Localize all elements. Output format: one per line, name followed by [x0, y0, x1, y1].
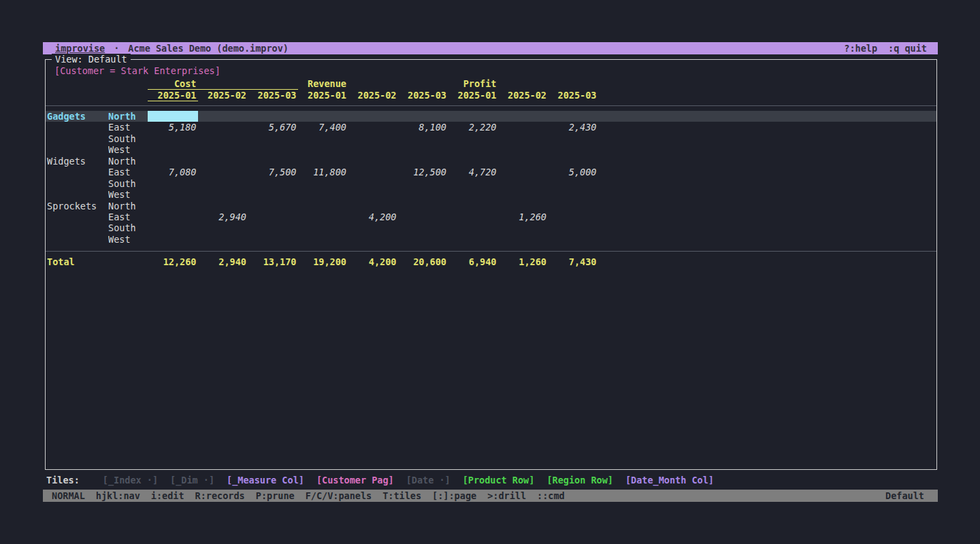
- pivot-cell[interactable]: 11,800: [298, 167, 348, 177]
- pivot-row-sprockets-east[interactable]: East 2,940 4,200 1,260: [46, 211, 936, 222]
- pivot-cell[interactable]: [548, 156, 598, 167]
- pivot-cell[interactable]: [348, 144, 398, 155]
- pivot-row-sprockets-north[interactable]: Sprockets North: [46, 201, 936, 211]
- pivot-cell[interactable]: [348, 122, 398, 133]
- pivot-cell[interactable]: [348, 234, 398, 245]
- column-header[interactable]: 2025-02: [348, 90, 398, 101]
- pivot-cell[interactable]: 2,220: [448, 122, 498, 133]
- tile-measure[interactable]: [_Measure Col]: [227, 475, 304, 486]
- tile-customer[interactable]: [Customer Pag]: [316, 475, 394, 486]
- pivot-cell[interactable]: [248, 222, 298, 233]
- pivot-cell[interactable]: 1,260: [498, 211, 549, 222]
- pivot-cell[interactable]: [298, 211, 348, 222]
- pivot-cell[interactable]: [548, 211, 598, 222]
- pivot-cell[interactable]: [448, 111, 498, 122]
- pivot-cell[interactable]: [398, 144, 448, 155]
- pivot-cell[interactable]: [198, 144, 248, 155]
- pivot-cell[interactable]: [198, 122, 248, 133]
- pivot-cell[interactable]: [548, 111, 598, 122]
- pivot-cell[interactable]: 2,940: [198, 211, 248, 222]
- pivot-cell[interactable]: [398, 201, 448, 211]
- pivot-row-widgets-north[interactable]: Widgets North: [46, 156, 936, 167]
- pivot-cell[interactable]: [148, 144, 198, 155]
- pivot-cell[interactable]: [498, 189, 549, 200]
- pivot-row-sprockets-south[interactable]: South: [46, 222, 936, 233]
- pivot-cell[interactable]: [148, 133, 198, 144]
- cursor-cell[interactable]: [148, 111, 198, 122]
- tile-index[interactable]: [_Index ·]: [103, 475, 158, 486]
- pivot-cell[interactable]: [198, 189, 248, 200]
- pivot-cell[interactable]: 4,200: [348, 211, 398, 222]
- column-header[interactable]: 2025-01: [148, 90, 198, 101]
- pivot-cell[interactable]: [498, 178, 549, 189]
- pivot-cell[interactable]: [548, 144, 598, 155]
- pivot-row-gadgets-north[interactable]: Gadgets North: [46, 111, 936, 122]
- pivot-cell[interactable]: [198, 133, 248, 144]
- pivot-row-widgets-west[interactable]: West: [46, 189, 936, 200]
- pivot-cell[interactable]: [548, 234, 598, 245]
- pivot-cell[interactable]: [298, 156, 348, 167]
- pivot-cell[interactable]: [198, 111, 248, 122]
- pivot-cell[interactable]: [148, 201, 198, 211]
- pivot-cell[interactable]: [298, 201, 348, 211]
- pivot-cell[interactable]: [548, 189, 598, 200]
- pivot-cell[interactable]: [398, 178, 448, 189]
- pivot-cell[interactable]: [398, 133, 448, 144]
- pivot-cell[interactable]: [148, 234, 198, 245]
- pivot-cell[interactable]: [248, 144, 298, 155]
- tile-region[interactable]: [Region Row]: [546, 475, 613, 486]
- pivot-cell[interactable]: [148, 211, 198, 222]
- pivot-cell[interactable]: 5,180: [148, 122, 198, 133]
- pivot-cell[interactable]: 4,720: [448, 167, 498, 177]
- pivot-cell[interactable]: [448, 156, 498, 167]
- pivot-cell[interactable]: [448, 189, 498, 200]
- pivot-cell[interactable]: [548, 178, 598, 189]
- pivot-cell[interactable]: [248, 111, 298, 122]
- pivot-cell[interactable]: [298, 222, 348, 233]
- pivot-row-gadgets-south[interactable]: South: [46, 133, 936, 144]
- pivot-cell[interactable]: [398, 222, 448, 233]
- column-header[interactable]: 2025-03: [548, 90, 598, 101]
- tile-product[interactable]: [Product Row]: [463, 475, 535, 486]
- tile-date[interactable]: [Date ·]: [406, 475, 451, 486]
- pivot-cell[interactable]: 8,100: [398, 122, 448, 133]
- tile-dim[interactable]: [_Dim ·]: [170, 475, 214, 486]
- pivot-cell[interactable]: [298, 234, 348, 245]
- pivot-row-sprockets-west[interactable]: West: [46, 234, 936, 245]
- pivot-cell[interactable]: [448, 133, 498, 144]
- pivot-cell[interactable]: [248, 178, 298, 189]
- pivot-cell[interactable]: [298, 133, 348, 144]
- pivot-cell[interactable]: [498, 167, 549, 177]
- column-header[interactable]: 2025-01: [298, 90, 348, 101]
- pivot-cell[interactable]: 7,400: [298, 122, 348, 133]
- pivot-cell[interactable]: [448, 234, 498, 245]
- pivot-cell[interactable]: 2,430: [548, 122, 598, 133]
- pivot-row-widgets-east[interactable]: East 7,080 7,500 11,800 12,500 4,720 5,0…: [46, 167, 936, 177]
- page-filter-badge[interactable]: [Customer = Stark Enterprises]: [54, 65, 936, 76]
- measure-header-profit[interactable]: Profit: [448, 79, 598, 90]
- pivot-cell[interactable]: [498, 133, 549, 144]
- pivot-cell[interactable]: [448, 144, 498, 155]
- pivot-cell[interactable]: 12,500: [398, 167, 448, 177]
- pivot-cell[interactable]: [298, 178, 348, 189]
- pivot-cell[interactable]: [548, 222, 598, 233]
- pivot-cell[interactable]: [398, 156, 448, 167]
- pivot-cell[interactable]: [198, 234, 248, 245]
- pivot-cell[interactable]: [348, 178, 398, 189]
- pivot-cell[interactable]: [448, 222, 498, 233]
- column-header[interactable]: 2025-02: [498, 90, 549, 101]
- pivot-row-gadgets-east[interactable]: East 5,180 5,670 7,400 8,100 2,220 2,430: [46, 122, 936, 133]
- pivot-cell[interactable]: [498, 234, 549, 245]
- measure-header-cost[interactable]: Cost: [148, 79, 298, 90]
- pivot-cell[interactable]: [348, 167, 398, 177]
- measure-header-revenue[interactable]: Revenue: [298, 79, 448, 90]
- pivot-cell[interactable]: [448, 178, 498, 189]
- pivot-cell[interactable]: [198, 201, 248, 211]
- pivot-cell[interactable]: [498, 144, 549, 155]
- pivot-cell[interactable]: [348, 156, 398, 167]
- tile-date-month[interactable]: [Date_Month Col]: [625, 475, 714, 486]
- pivot-cell[interactable]: 7,500: [248, 167, 298, 177]
- pivot-cell[interactable]: [198, 222, 248, 233]
- pivot-row-widgets-south[interactable]: South: [46, 178, 936, 189]
- pivot-cell[interactable]: [348, 222, 398, 233]
